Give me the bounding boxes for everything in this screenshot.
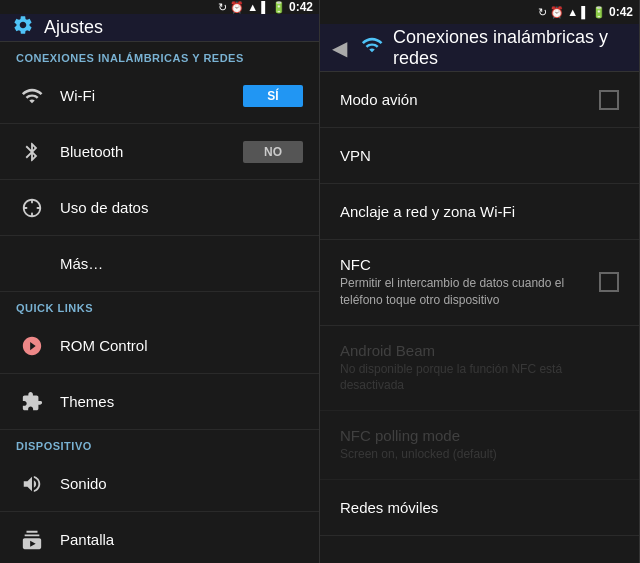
data-usage-item[interactable]: Uso de datos	[0, 180, 319, 236]
sound-label: Sonido	[60, 475, 303, 492]
nfc-text: NFC Permitir el intercambio de datos cua…	[340, 256, 599, 309]
tethering-text: Anclaje a red y zona Wi-Fi	[340, 203, 619, 220]
settings-icon	[12, 14, 34, 41]
nfc-polling-title: NFC polling mode	[340, 427, 619, 444]
themes-item[interactable]: Themes	[0, 374, 319, 430]
right-battery-icon: 🔋	[592, 6, 606, 19]
android-beam-subtitle: No disponible porque la función NFC está…	[340, 361, 619, 395]
section-quick-links: QUICK LINKS	[0, 292, 319, 318]
left-panel: ↻ ⏰ ▲ ▌ 🔋 0:42 Ajustes CONEXIONES INALÁM…	[0, 0, 320, 563]
left-header-title: Ajustes	[44, 17, 103, 38]
tethering-title: Anclaje a red y zona Wi-Fi	[340, 203, 619, 220]
nfc-polling-subtitle: Screen on, unlocked (default)	[340, 446, 619, 463]
vpn-text: VPN	[340, 147, 619, 164]
right-time: 0:42	[609, 5, 633, 19]
nfc-polling-text: NFC polling mode Screen on, unlocked (de…	[340, 427, 619, 463]
nfc-checkbox[interactable]	[599, 272, 619, 292]
display-item[interactable]: Pantalla	[0, 512, 319, 563]
left-status-bar: ↻ ⏰ ▲ ▌ 🔋 0:42	[0, 0, 319, 14]
rom-control-item[interactable]: ROM Control	[0, 318, 319, 374]
more-label: Más…	[16, 255, 303, 272]
battery-icon: 🔋	[272, 1, 286, 14]
themes-icon	[16, 386, 48, 418]
data-usage-icon	[16, 192, 48, 224]
right-status-bar: ↻ ⏰ ▲ ▌ 🔋 0:42	[320, 0, 639, 24]
vpn-title: VPN	[340, 147, 619, 164]
right-header-title: Conexiones inalámbricas y redes	[393, 27, 627, 69]
right-panel: ↻ ⏰ ▲ ▌ 🔋 0:42 ◀ Conexiones inalámbricas…	[320, 0, 640, 563]
right-header: ◀ Conexiones inalámbricas y redes	[320, 24, 639, 72]
airplane-mode-item[interactable]: Modo avión	[320, 72, 639, 128]
more-item[interactable]: Más…	[0, 236, 319, 292]
airplane-mode-title: Modo avión	[340, 91, 599, 108]
nfc-polling-item: NFC polling mode Screen on, unlocked (de…	[320, 411, 639, 480]
rom-control-icon	[16, 330, 48, 362]
bluetooth-toggle[interactable]: NO	[243, 141, 303, 163]
right-wifi-icon: ▲	[567, 6, 578, 18]
right-sync-icon: ↻	[538, 6, 547, 19]
data-usage-label: Uso de datos	[60, 199, 303, 216]
sound-icon	[16, 468, 48, 500]
nfc-item[interactable]: NFC Permitir el intercambio de datos cua…	[320, 240, 639, 326]
android-beam-item: Android Beam No disponible porque la fun…	[320, 326, 639, 412]
airplane-mode-checkbox[interactable]	[599, 90, 619, 110]
sound-item[interactable]: Sonido	[0, 456, 319, 512]
left-time: 0:42	[289, 0, 313, 14]
vpn-item[interactable]: VPN	[320, 128, 639, 184]
android-beam-title: Android Beam	[340, 342, 619, 359]
nfc-title: NFC	[340, 256, 599, 273]
bluetooth-item[interactable]: Bluetooth NO	[0, 124, 319, 180]
left-header: Ajustes	[0, 14, 319, 42]
android-beam-text: Android Beam No disponible porque la fun…	[340, 342, 619, 395]
mobile-networks-item[interactable]: Redes móviles	[320, 480, 639, 536]
wifi-icon: ▲	[247, 1, 258, 13]
section-connections: CONEXIONES INALÁMBRICAS Y REDES	[0, 42, 319, 68]
right-signal-icon: ▌	[581, 6, 589, 18]
mobile-networks-title: Redes móviles	[340, 499, 619, 516]
wifi-item[interactable]: Wi-Fi SÍ	[0, 68, 319, 124]
wifi-label: Wi-Fi	[60, 87, 243, 104]
nfc-subtitle: Permitir el intercambio de datos cuando …	[340, 275, 599, 309]
display-icon	[16, 524, 48, 556]
signal-icon: ▌	[261, 1, 269, 13]
wifi-toggle[interactable]: SÍ	[243, 85, 303, 107]
themes-label: Themes	[60, 393, 303, 410]
section-device: DISPOSITIVO	[0, 430, 319, 456]
rom-control-label: ROM Control	[60, 337, 303, 354]
sync-icon: ↻	[218, 1, 227, 14]
tethering-item[interactable]: Anclaje a red y zona Wi-Fi	[320, 184, 639, 240]
right-alarm-icon: ⏰	[550, 6, 564, 19]
network-icon	[361, 34, 383, 61]
airplane-mode-text: Modo avión	[340, 91, 599, 108]
wifi-item-icon	[16, 80, 48, 112]
display-label: Pantalla	[60, 531, 303, 548]
bluetooth-item-icon	[16, 136, 48, 168]
bluetooth-label: Bluetooth	[60, 143, 243, 160]
mobile-networks-text: Redes móviles	[340, 499, 619, 516]
alarm-icon: ⏰	[230, 1, 244, 14]
back-button[interactable]: ◀	[332, 36, 347, 60]
